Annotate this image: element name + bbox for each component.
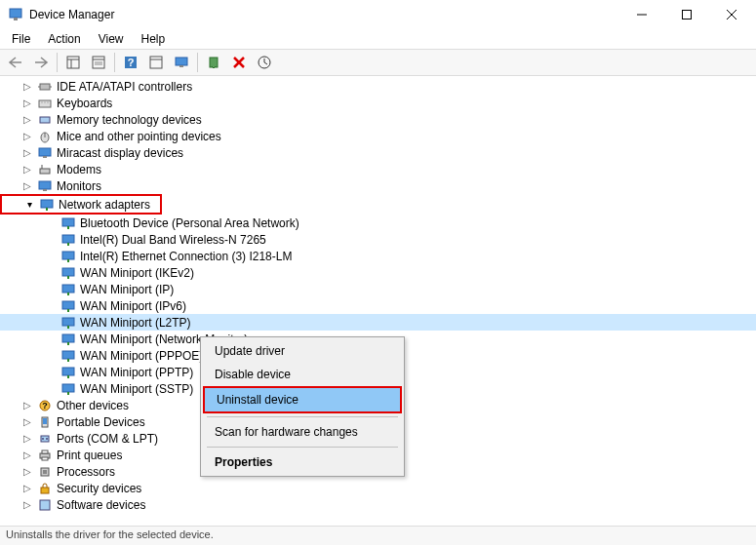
minimize-button[interactable]: [619, 0, 664, 29]
device-ethernet[interactable]: Intel(R) Ethernet Connection (3) I218-LM: [0, 248, 756, 264]
menu-help[interactable]: Help: [134, 30, 174, 48]
chevron-right-icon[interactable]: ▷: [20, 481, 35, 496]
device-bluetooth[interactable]: Bluetooth Device (Personal Area Network): [0, 215, 756, 231]
category-network-adapters[interactable]: ▾ Network adapters: [2, 196, 160, 213]
category-security[interactable]: ▷ Security devices: [0, 480, 756, 496]
svg-rect-40: [62, 218, 74, 226]
menubar: File Action View Help: [0, 29, 756, 49]
app-icon: [8, 7, 23, 22]
category-keyboards[interactable]: ▷ Keyboards: [0, 95, 756, 111]
device-wifi[interactable]: Intel(R) Dual Band Wireless-N 7265: [0, 231, 756, 248]
network-adapter-icon: [60, 365, 76, 380]
chevron-right-icon[interactable]: ▷: [20, 129, 35, 144]
chevron-right-icon[interactable]: ▷: [20, 431, 35, 447]
chevron-right-icon[interactable]: ▷: [20, 414, 35, 430]
svg-rect-36: [39, 181, 51, 189]
svg-rect-30: [40, 117, 50, 123]
svg-rect-42: [62, 235, 74, 243]
svg-rect-0: [10, 9, 21, 18]
category-label: Mice and other pointing devices: [55, 130, 223, 143]
svg-rect-15: [150, 57, 162, 68]
maximize-button[interactable]: [664, 0, 709, 29]
scan-hardware-button[interactable]: [170, 52, 193, 73]
uninstall-button[interactable]: [227, 52, 251, 73]
category-ide[interactable]: ▷ IDE ATA/ATAPI controllers: [0, 78, 756, 95]
svg-rect-56: [62, 351, 74, 359]
network-adapter-icon: [60, 348, 76, 364]
category-miracast[interactable]: ▷ Miracast display devices: [0, 144, 756, 161]
device-wan-ip[interactable]: WAN Miniport (IP): [0, 281, 756, 297]
chevron-right-icon[interactable]: ▷: [20, 497, 35, 513]
device-label: WAN Miniport (SSTP): [78, 382, 195, 396]
svg-rect-17: [176, 58, 187, 65]
chevron-right-icon[interactable]: ▷: [20, 464, 35, 480]
software-icon: [37, 497, 53, 513]
context-menu: Update driver Disable device Uninstall d…: [200, 336, 405, 477]
device-label: WAN Miniport (PPTP): [78, 366, 195, 379]
menu-view[interactable]: View: [91, 30, 132, 48]
ctx-scan-hardware[interactable]: Scan for hardware changes: [203, 420, 402, 444]
category-memory[interactable]: ▷ Memory technology devices: [0, 111, 756, 128]
category-monitors[interactable]: ▷ Monitors: [0, 177, 756, 194]
svg-rect-73: [43, 470, 47, 474]
chevron-down-icon[interactable]: ▾: [21, 197, 37, 213]
svg-rect-70: [42, 450, 48, 453]
menu-file[interactable]: File: [4, 30, 38, 48]
device-wan-ikev2[interactable]: WAN Miniport (IKEv2): [0, 264, 756, 281]
chevron-right-icon[interactable]: ▷: [20, 145, 35, 161]
svg-rect-3: [683, 11, 692, 20]
category-software[interactable]: ▷ Software devices: [0, 496, 756, 513]
svg-rect-38: [41, 200, 53, 208]
category-label: Portable Devices: [55, 415, 147, 429]
device-wan-l2tp[interactable]: WAN Miniport (L2TP): [0, 314, 756, 331]
chevron-right-icon[interactable]: ▷: [20, 398, 35, 413]
svg-point-67: [42, 438, 44, 440]
svg-rect-48: [62, 285, 74, 293]
svg-rect-52: [62, 318, 74, 326]
svg-point-68: [46, 438, 48, 440]
chevron-right-icon[interactable]: ▷: [20, 96, 35, 111]
svg-rect-60: [62, 384, 74, 392]
update-driver-button[interactable]: [253, 52, 276, 73]
statusbar: Uninstalls the driver for the selected d…: [0, 526, 756, 545]
ctx-uninstall-device[interactable]: Uninstall device: [205, 388, 400, 411]
category-modems[interactable]: ▷ Modems: [0, 161, 756, 177]
help-button[interactable]: ?: [119, 52, 142, 73]
category-label: Miracast display devices: [55, 146, 185, 160]
menu-action[interactable]: Action: [40, 30, 88, 48]
close-button[interactable]: [709, 0, 754, 29]
enable-button[interactable]: [202, 52, 225, 73]
display-icon: [37, 145, 53, 161]
portable-icon: [37, 414, 53, 430]
device-label: WAN Miniport (IKEv2): [78, 266, 196, 280]
memory-icon: [37, 112, 53, 128]
category-label: Ports (COM & LPT): [55, 432, 160, 446]
category-mice[interactable]: ▷ Mice and other pointing devices: [0, 128, 756, 144]
network-adapter-icon: [60, 215, 76, 231]
show-hide-tree-button[interactable]: [61, 52, 85, 73]
ctx-properties[interactable]: Properties: [203, 450, 402, 474]
device-wan-ipv6[interactable]: WAN Miniport (IPv6): [0, 297, 756, 314]
category-label: Network adapters: [57, 198, 152, 212]
chevron-right-icon[interactable]: ▷: [20, 178, 35, 194]
network-adapter-icon: [60, 381, 76, 397]
properties-button[interactable]: [87, 52, 110, 73]
svg-rect-44: [62, 252, 74, 259]
category-label: IDE ATA/ATAPI controllers: [55, 80, 194, 94]
window-title: Device Manager: [29, 8, 619, 21]
back-button[interactable]: [4, 52, 27, 73]
ctx-disable-device[interactable]: Disable device: [203, 363, 402, 386]
chevron-right-icon[interactable]: ▷: [20, 448, 35, 463]
svg-rect-33: [39, 148, 51, 156]
chevron-right-icon[interactable]: ▷: [20, 79, 35, 95]
device-label: Intel(R) Dual Band Wireless-N 7265: [78, 233, 268, 247]
chevron-right-icon[interactable]: ▷: [20, 112, 35, 128]
device-label: Bluetooth Device (Personal Area Network): [78, 216, 301, 230]
forward-button[interactable]: [29, 52, 53, 73]
action-button[interactable]: [144, 52, 168, 73]
chevron-right-icon[interactable]: ▷: [20, 162, 35, 177]
ctx-separator: [207, 447, 398, 448]
network-adapter-icon: [60, 265, 76, 281]
svg-rect-26: [39, 100, 51, 107]
ctx-update-driver[interactable]: Update driver: [203, 339, 402, 363]
